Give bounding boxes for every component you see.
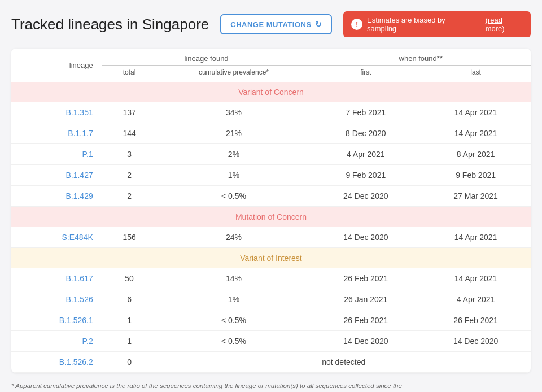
lineage-link[interactable]: B.1.351 bbox=[65, 108, 93, 117]
sub-header-first: first bbox=[311, 66, 421, 82]
lineage-link[interactable]: P.1 bbox=[82, 150, 93, 159]
cell-prevalence: < 0.5% bbox=[157, 331, 311, 352]
cell-last: 9 Feb 2021 bbox=[421, 165, 531, 186]
cell-total: 144 bbox=[102, 123, 157, 144]
col-header-when-found: when found** bbox=[311, 49, 531, 66]
cell-total: 50 bbox=[102, 268, 157, 289]
col-header-lineage: lineage bbox=[11, 49, 102, 82]
lineage-link[interactable]: B.1.429 bbox=[65, 191, 93, 201]
cell-first: 26 Feb 2021 bbox=[311, 310, 421, 331]
cell-total: 137 bbox=[102, 102, 157, 123]
lineage-link[interactable]: B.1.427 bbox=[65, 171, 93, 180]
table-row: P.132%4 Apr 20218 Apr 2021 bbox=[11, 144, 531, 165]
cell-total: 0 bbox=[102, 352, 157, 373]
lineage-link[interactable]: B.1.526 bbox=[65, 295, 93, 304]
table-row: B.1.6175014%26 Feb 202114 Apr 2021 bbox=[11, 268, 531, 289]
table-row: B.1.35113734%7 Feb 202114 Apr 2021 bbox=[11, 102, 531, 123]
warning-banner: ! Estimates are biased by sampling (read… bbox=[343, 11, 531, 37]
cell-prevalence: 24% bbox=[157, 227, 311, 248]
table-row: B.1.526.11< 0.5%26 Feb 202126 Feb 2021 bbox=[11, 310, 531, 331]
footnotes: * Apparent cumulative prevalence is the … bbox=[11, 381, 418, 392]
section-header-mutation-of-concern: Mutation of Concern bbox=[11, 207, 531, 228]
cell-prevalence: < 0.5% bbox=[157, 186, 311, 207]
cell-total: 6 bbox=[102, 289, 157, 310]
cell-last: 14 Apr 2021 bbox=[421, 227, 531, 248]
table-row: B.1.526.20not detected bbox=[11, 352, 531, 373]
cell-last: 14 Apr 2021 bbox=[421, 123, 531, 144]
cell-last: 27 Mar 2021 bbox=[421, 186, 531, 207]
cell-first: 14 Dec 2020 bbox=[311, 331, 421, 352]
cell-total: 156 bbox=[102, 227, 157, 248]
section-header-variant-of-interest: Variant of Interest bbox=[11, 248, 531, 269]
cell-total: 1 bbox=[102, 331, 157, 352]
cell-total: 3 bbox=[102, 144, 157, 165]
cell-last: 8 Apr 2021 bbox=[421, 144, 531, 165]
footnote-1: * Apparent cumulative prevalence is the … bbox=[11, 382, 402, 392]
cell-total: 2 bbox=[102, 186, 157, 207]
cell-last: 14 Apr 2021 bbox=[421, 268, 531, 289]
lineage-link[interactable]: B.1.526.1 bbox=[59, 316, 93, 325]
table-row: B.1.52661%26 Jan 20214 Apr 2021 bbox=[11, 289, 531, 310]
cell-first: 7 Feb 2021 bbox=[311, 102, 421, 123]
section-header-variant-of-concern: Variant of Concern bbox=[11, 82, 531, 102]
sub-header-total: total bbox=[102, 66, 157, 82]
cell-prevalence: 2% bbox=[157, 144, 311, 165]
cell-last: 26 Feb 2021 bbox=[421, 310, 531, 331]
refresh-icon: ↻ bbox=[315, 20, 322, 29]
cell-first: 26 Jan 2021 bbox=[311, 289, 421, 310]
lineage-link[interactable]: P.2 bbox=[82, 337, 93, 346]
cell-first: 9 Feb 2021 bbox=[311, 165, 421, 186]
lineage-link[interactable]: B.1.617 bbox=[65, 274, 93, 283]
page-title: Tracked lineages in Singapore bbox=[11, 16, 209, 33]
table-row: B.1.42721%9 Feb 20219 Feb 2021 bbox=[11, 165, 531, 186]
sub-header-last: last bbox=[421, 66, 531, 82]
cell-prevalence: 34% bbox=[157, 102, 311, 123]
cell-first: 8 Dec 2020 bbox=[311, 123, 421, 144]
cell-prevalence: 14% bbox=[157, 268, 311, 289]
lineage-link[interactable]: B.1.1.7 bbox=[68, 129, 93, 138]
change-mutations-button[interactable]: CHANGE MUTATIONS ↻ bbox=[220, 14, 332, 34]
cell-prevalence: 1% bbox=[157, 289, 311, 310]
table-row: B.1.4292< 0.5%24 Dec 202027 Mar 2021 bbox=[11, 186, 531, 207]
cell-total: 2 bbox=[102, 165, 157, 186]
main-table-container: lineage lineage found when found** total… bbox=[11, 49, 531, 373]
cell-last: 14 Apr 2021 bbox=[421, 102, 531, 123]
warning-icon: ! bbox=[351, 19, 362, 30]
cell-first: 14 Dec 2020 bbox=[311, 227, 421, 248]
cell-first: 24 Dec 2020 bbox=[311, 186, 421, 207]
cell-first: 4 Apr 2021 bbox=[311, 144, 421, 165]
cell-last: 4 Apr 2021 bbox=[421, 289, 531, 310]
lineage-link[interactable]: S:E484K bbox=[62, 233, 93, 242]
cell-first: 26 Feb 2021 bbox=[311, 268, 421, 289]
cell-prevalence: 21% bbox=[157, 123, 311, 144]
table-row: S:E484K15624%14 Dec 202014 Apr 2021 bbox=[11, 227, 531, 248]
cell-prevalence: not detected bbox=[157, 352, 531, 373]
cell-total: 1 bbox=[102, 310, 157, 331]
table-row: P.21< 0.5%14 Dec 202014 Dec 2020 bbox=[11, 331, 531, 352]
warning-read-more-link[interactable]: (read more) bbox=[486, 16, 523, 33]
sub-header-cumulative: cumulative prevalence* bbox=[157, 66, 311, 82]
cell-last: 14 Dec 2020 bbox=[421, 331, 531, 352]
cell-prevalence: 1% bbox=[157, 165, 311, 186]
col-header-lineage-found: lineage found bbox=[102, 49, 311, 66]
change-mutations-label: CHANGE MUTATIONS bbox=[230, 20, 311, 29]
lineages-table: lineage lineage found when found** total… bbox=[11, 49, 531, 373]
lineage-link[interactable]: B.1.526.2 bbox=[59, 358, 93, 367]
cell-prevalence: < 0.5% bbox=[157, 310, 311, 331]
warning-text: Estimates are biased by sampling bbox=[367, 16, 474, 33]
table-row: B.1.1.714421%8 Dec 202014 Apr 2021 bbox=[11, 123, 531, 144]
